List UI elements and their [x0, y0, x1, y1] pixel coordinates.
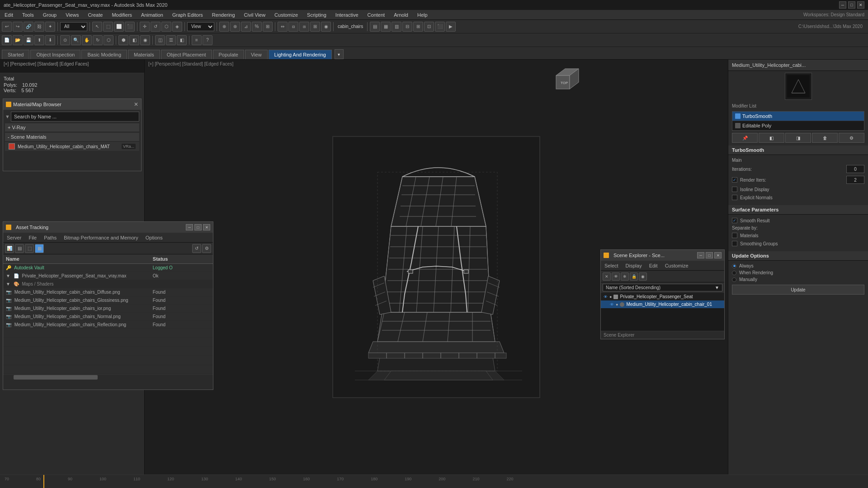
display-panel[interactable]: ☰: [166, 35, 176, 45]
help-btn[interactable]: ?: [203, 35, 212, 45]
selection-filter[interactable]: All: [60, 22, 87, 31]
asset-tracking-titlebar[interactable]: Asset Tracking ─ □ ✕: [3, 222, 213, 233]
viewport-area[interactable]: [+] [Perspective] [Standard] [Edged Face…: [145, 60, 728, 474]
se-item-seat[interactable]: 👁 ● Private_Helicopter_Passenger_Seat: [601, 293, 724, 300]
manually-radio[interactable]: [732, 277, 736, 282]
open-file[interactable]: 📂: [13, 35, 23, 45]
se-close[interactable]: ✕: [714, 252, 722, 258]
shade-selected[interactable]: ◧: [129, 35, 139, 45]
modifier-turbosmooth[interactable]: TurboSmooth: [732, 112, 864, 121]
at-menu-file[interactable]: File: [25, 233, 40, 242]
menu-scripting[interactable]: Scripting: [302, 10, 331, 19]
at-menu-paths[interactable]: Paths: [40, 233, 60, 242]
nav-cube[interactable]: TOP: [552, 64, 583, 96]
menu-civil-view[interactable]: Civil View: [240, 10, 270, 19]
vray-section-header[interactable]: + V-Ray: [5, 123, 139, 131]
tab-object-placement[interactable]: Object Placement: [161, 50, 212, 59]
snap-2d[interactable]: ⊕: [219, 22, 229, 32]
material-item[interactable]: Medium_Utility_Helicopter_cabin_chairs_M…: [5, 142, 139, 151]
surface-params-header[interactable]: Surface Parameters: [728, 205, 868, 215]
at-row-reflection[interactable]: 📷 Medium_Utility_Helicopter_cabin_chairs…: [3, 321, 213, 329]
configure-modifier-sets-btn[interactable]: ⚙: [839, 133, 864, 143]
at-close[interactable]: ✕: [203, 224, 210, 230]
turbosmooth-section-header[interactable]: TurboSmooth: [728, 145, 868, 155]
show-modifier-btn[interactable]: ◧: [759, 133, 784, 143]
render-iters-checkbox[interactable]: [732, 177, 737, 183]
at-settings-btn[interactable]: ⚙: [202, 244, 211, 253]
unlink-toggle[interactable]: ⛓: [34, 22, 44, 32]
select-paint[interactable]: ⬛: [125, 22, 135, 32]
se-maximize[interactable]: □: [706, 252, 713, 258]
display-floater[interactable]: ◫: [155, 35, 165, 45]
se-menu-edit[interactable]: Edit: [646, 261, 661, 270]
col-status[interactable]: Status: [150, 254, 213, 264]
scene-explorer-titlebar[interactable]: Scene Explorer - Sce... ─ □ ✕: [601, 250, 724, 261]
at-row-diffuse[interactable]: 📷 Medium_Utility_Helicopter_cabin_chairs…: [3, 288, 213, 296]
render-iters-input[interactable]: [846, 176, 864, 184]
undo-button[interactable]: ↩: [2, 22, 12, 32]
se-lock-btn[interactable]: 🔒: [630, 272, 638, 281]
at-row-glossiness[interactable]: 📷 Medium_Utility_Helicopter_cabin_chairs…: [3, 296, 213, 305]
material-browser-titlebar[interactable]: Material/Map Browser ✕: [3, 99, 141, 110]
delete-modifier-btn[interactable]: 🗑: [812, 133, 838, 143]
render-setup[interactable]: ⊡: [424, 22, 434, 32]
normal-align[interactable]: ⊞: [310, 22, 320, 32]
select-region[interactable]: ⬚: [103, 22, 113, 32]
at-refresh-btn[interactable]: ↺: [192, 244, 201, 253]
scene-materials-header[interactable]: - Scene Materials: [5, 133, 139, 141]
select-tool[interactable]: ↖: [92, 22, 102, 32]
at-icon-1[interactable]: 📊: [5, 244, 14, 253]
menu-help[interactable]: Help: [413, 10, 432, 19]
materials-checkbox[interactable]: [732, 233, 737, 238]
spinner-snap[interactable]: ⊞: [263, 22, 273, 32]
menu-graph-editors[interactable]: Graph Editors: [168, 10, 208, 19]
at-icon-4[interactable]: ▦: [35, 244, 44, 253]
se-freeze-btn[interactable]: ❄: [621, 272, 629, 281]
at-row-maps[interactable]: ▼ 🎨 Maps / Shaders: [3, 280, 213, 288]
material-browser-close[interactable]: ✕: [134, 101, 138, 108]
link-toggle[interactable]: 🔗: [24, 22, 33, 32]
at-scrollbar[interactable]: [3, 374, 213, 380]
at-icon-2[interactable]: ▤: [15, 244, 24, 253]
at-menu-options[interactable]: Options: [142, 233, 166, 242]
redo-button[interactable]: ↪: [13, 22, 23, 32]
menu-views[interactable]: Views: [61, 10, 83, 19]
always-radio[interactable]: [732, 264, 736, 268]
scale-tool[interactable]: ⬡: [161, 22, 171, 32]
se-sort-dropdown[interactable]: Name (Sorted Descending) ▼: [603, 284, 722, 291]
track-view[interactable]: ▥: [392, 22, 401, 32]
show-result-btn[interactable]: ◨: [785, 133, 811, 143]
pin-modifier-btn[interactable]: 📌: [732, 133, 758, 143]
update-button[interactable]: Update: [732, 285, 864, 295]
export[interactable]: ⬇: [45, 35, 55, 45]
search-input[interactable]: [11, 112, 139, 122]
new-scene[interactable]: 📄: [2, 35, 12, 45]
close-button[interactable]: ✕: [857, 1, 864, 9]
tab-expand-button[interactable]: ▾: [335, 49, 344, 59]
rotate-tool[interactable]: ↺: [151, 22, 160, 32]
menu-animation[interactable]: Animation: [137, 10, 168, 19]
isoline-checkbox[interactable]: [732, 187, 737, 192]
at-scrollbar-thumb[interactable]: [14, 375, 98, 380]
place-highlight[interactable]: ◉: [321, 22, 331, 32]
menu-content[interactable]: Content: [363, 10, 390, 19]
menu-group[interactable]: Group: [38, 10, 61, 19]
at-minimize[interactable]: ─: [186, 224, 193, 230]
save-file[interactable]: 💾: [24, 35, 33, 45]
menu-modifiers[interactable]: Modifiers: [107, 10, 137, 19]
update-options-header[interactable]: Update Options: [728, 251, 868, 261]
mirror-tool[interactable]: ⇔: [278, 22, 288, 32]
se-filter-btn[interactable]: ✕: [603, 272, 611, 281]
tab-materials[interactable]: Materials: [128, 50, 160, 59]
tab-view[interactable]: View: [245, 50, 268, 59]
angle-snap[interactable]: ⊿: [241, 22, 251, 32]
tab-object-inspection[interactable]: Object Inspection: [30, 50, 80, 59]
at-row-vault[interactable]: 🔑 Autodesk Vault Logged O: [3, 264, 213, 272]
import[interactable]: ⬆: [34, 35, 44, 45]
se-menu-select[interactable]: Select: [601, 261, 622, 270]
iterations-input[interactable]: [846, 165, 864, 173]
at-menu-server[interactable]: Server: [3, 233, 25, 242]
at-menu-bitmap[interactable]: Bitmap Performance and Memory: [60, 233, 142, 242]
tab-populate[interactable]: Populate: [213, 50, 244, 59]
timeline-bar[interactable]: 7080901001101201301401501601701801902002…: [0, 474, 868, 488]
